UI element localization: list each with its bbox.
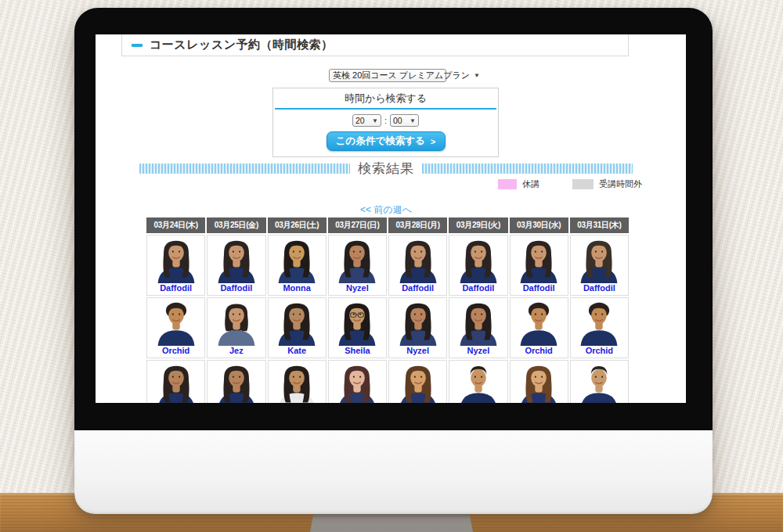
prev-week-link[interactable]: << 前の週へ: [360, 204, 412, 215]
legend-item-closed: 休講: [498, 178, 539, 190]
teacher-photo: [395, 361, 442, 403]
teacher-name-link[interactable]: Nyzel: [449, 346, 507, 356]
teacher-photo: [515, 236, 562, 283]
legend-swatch-pink: [498, 179, 517, 189]
teacher-cell[interactable]: [510, 360, 568, 403]
time-search-panel: 時間から検索する 20 ▼ : 00 ▼: [272, 88, 499, 157]
hour-select-value: 20: [355, 116, 365, 125]
teacher-cell[interactable]: Kate: [268, 297, 327, 358]
monitor: コースレッスン予約（時間検索） 英検 20回コース プレミアムプラン ▼ 時間か…: [74, 8, 713, 514]
chevron-down-icon: ▼: [372, 117, 378, 124]
teacher-photo: [213, 361, 260, 403]
teacher-photo: [515, 299, 562, 346]
legend: 休講 受講時間外: [498, 178, 642, 190]
date-header-cell: 03月29日(火): [449, 217, 507, 233]
teacher-photo: [273, 299, 320, 346]
minute-select-value: 00: [393, 116, 402, 125]
teacher-cell[interactable]: [570, 360, 629, 403]
date-header-cell: 03月25日(金): [207, 217, 265, 233]
teacher-photo: [455, 361, 502, 403]
teacher-cell[interactable]: Orchid: [146, 297, 205, 358]
teacher-name-link[interactable]: Jez: [207, 346, 265, 356]
teacher-name-link[interactable]: Daffodil: [449, 283, 507, 293]
teacher-cell[interactable]: Nyzel: [328, 235, 387, 296]
teacher-name-link[interactable]: Sheila: [329, 346, 386, 356]
teacher-cell[interactable]: Nyzel: [449, 297, 507, 358]
date-header-cell: 03月26日(土): [268, 217, 327, 233]
teacher-name-link[interactable]: Kate: [269, 346, 326, 356]
teacher-photo: [576, 361, 622, 403]
teacher-cell[interactable]: [146, 360, 205, 403]
teacher-photo: [273, 361, 320, 403]
monitor-chin: [74, 430, 713, 514]
chevron-down-icon: ▼: [474, 72, 480, 79]
teacher-cell[interactable]: Daffodil: [510, 235, 568, 296]
minute-select[interactable]: 00 ▼: [390, 114, 419, 127]
button-row: この条件で検索する >: [273, 131, 498, 151]
teacher-cell[interactable]: Daffodil: [146, 235, 205, 296]
results-heading: 検索結果: [139, 160, 633, 178]
teacher-cell[interactable]: Daffodil: [449, 235, 507, 296]
legend-label: 受講時間外: [599, 178, 642, 190]
browser-viewport: コースレッスン予約（時間検索） 英検 20回コース プレミアムプラン ▼ 時間か…: [96, 34, 686, 403]
teacher-cell[interactable]: [388, 360, 447, 403]
teacher-cell[interactable]: Daffodil: [388, 235, 447, 296]
teacher-name-link[interactable]: Daffodil: [571, 283, 628, 293]
teacher-cell[interactable]: Jez: [207, 297, 265, 358]
teacher-name-link[interactable]: Orchid: [147, 346, 204, 356]
course-select[interactable]: 英検 20回コース プレミアムプラン ▼: [329, 69, 446, 82]
time-row: 20 ▼ : 00 ▼: [273, 114, 498, 127]
teacher-photo: [153, 236, 200, 283]
stripe-decoration: [422, 164, 633, 174]
teacher-cell[interactable]: Nyzel: [388, 297, 447, 358]
teacher-name-link[interactable]: Daffodil: [147, 283, 204, 293]
teacher-cell[interactable]: Orchid: [510, 297, 568, 358]
teacher-name-link[interactable]: Daffodil: [207, 283, 265, 293]
teacher-name-link[interactable]: Monna: [269, 283, 326, 293]
title-dash-icon: [132, 44, 143, 47]
teacher-cell[interactable]: [268, 360, 327, 403]
teacher-name-link[interactable]: Daffodil: [511, 283, 568, 293]
legend-label: 休講: [522, 178, 539, 190]
teacher-photo: [153, 299, 200, 346]
teacher-cell[interactable]: [449, 360, 507, 403]
teacher-name-link[interactable]: Nyzel: [389, 346, 446, 356]
results-heading-text: 検索結果: [358, 160, 414, 178]
legend-swatch-gray: [572, 179, 594, 189]
search-button[interactable]: この条件で検索する >: [327, 131, 446, 151]
teacher-name-link[interactable]: Orchid: [571, 346, 628, 356]
date-header-cell: 03月31日(木): [570, 217, 629, 233]
teacher-cell[interactable]: [328, 360, 387, 403]
booking-page: コースレッスン予約（時間検索） 英検 20回コース プレミアムプラン ▼ 時間か…: [96, 34, 686, 403]
course-select-value: 英検 20回コース プレミアムプラン: [333, 70, 470, 81]
teacher-photo: [334, 299, 381, 346]
teacher-cell[interactable]: Daffodil: [207, 235, 265, 296]
teacher-photo: [395, 236, 442, 283]
stripe-decoration: [139, 164, 350, 174]
date-header-cell: 03月27日(日): [328, 217, 387, 233]
teacher-cell[interactable]: [207, 360, 265, 403]
teacher-photo: [576, 299, 622, 346]
teacher-name-link[interactable]: Daffodil: [389, 283, 446, 293]
teacher-name-link[interactable]: Orchid: [511, 346, 568, 356]
teacher-cell[interactable]: Monna: [268, 235, 327, 296]
schedule-table: 03月24日(木)03月25日(金)03月26日(土)03月27日(日)03月2…: [146, 217, 629, 403]
accent-underline: [275, 108, 496, 110]
scene: コースレッスン予約（時間検索） 英検 20回コース プレミアムプラン ▼ 時間か…: [0, 0, 783, 532]
teacher-cell[interactable]: Sheila: [328, 297, 387, 358]
section-title-box: コースレッスン予約（時間検索）: [121, 34, 629, 56]
teacher-photo: [395, 299, 442, 346]
teacher-cell[interactable]: Orchid: [570, 297, 629, 358]
chevron-down-icon: ▼: [410, 117, 416, 124]
teacher-name-link[interactable]: Nyzel: [329, 283, 386, 293]
prev-week-row: << 前の週へ: [96, 202, 677, 217]
teacher-photo: [455, 299, 502, 346]
teacher-cell[interactable]: Daffodil: [570, 235, 629, 296]
page-title: コースレッスン予約（時間検索）: [150, 38, 334, 52]
monitor-stand: [310, 512, 473, 532]
chevron-right-icon: >: [431, 137, 435, 146]
search-panel-title: 時間から検索する: [273, 92, 498, 106]
teacher-photo: [153, 361, 200, 403]
hour-select[interactable]: 20 ▼: [352, 114, 381, 127]
date-header-cell: 03月30日(水): [510, 217, 568, 233]
